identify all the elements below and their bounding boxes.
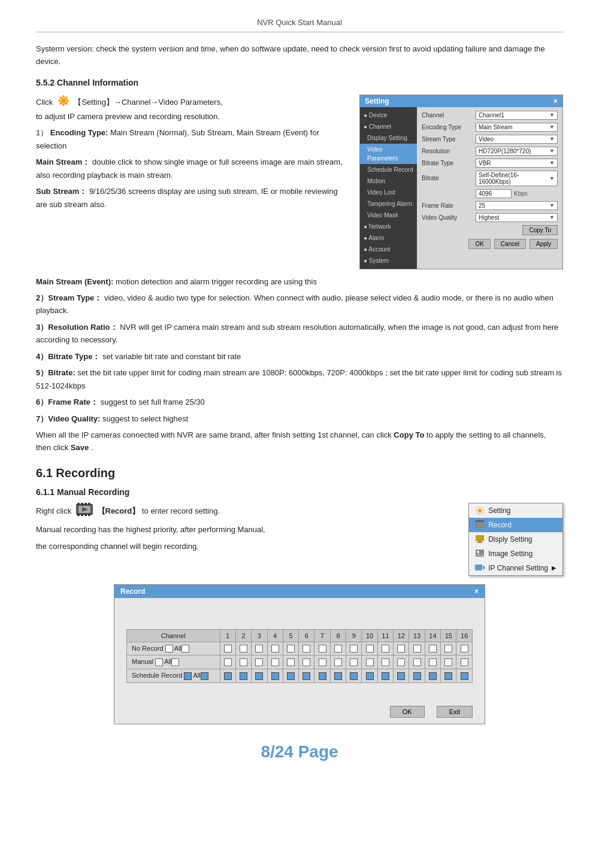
col-15: 15 (441, 629, 456, 642)
record-exit-button[interactable]: Exit (437, 706, 473, 718)
manual-ch5[interactable] (287, 658, 295, 666)
copy-to-desc: When all the IP cameras connected with N… (36, 429, 563, 454)
context-menu-ip-channel[interactable]: IP Channel Setting ▶ (469, 561, 562, 575)
col-6: 6 (299, 629, 314, 642)
sched-ch11[interactable] (382, 672, 389, 680)
cancel-button[interactable]: Cancel (494, 239, 526, 249)
context-menu: Setting Record D (468, 503, 563, 576)
no-record-ch9[interactable] (350, 645, 358, 652)
col-11: 11 (377, 629, 393, 642)
sched-ch8[interactable] (334, 672, 342, 680)
svg-rect-6 (84, 503, 87, 505)
page-footer: 8/24 Page (36, 742, 563, 761)
manual-ch3[interactable] (255, 658, 263, 666)
no-record-ch3[interactable] (255, 645, 263, 652)
svg-rect-4 (77, 503, 80, 505)
no-record-ch2[interactable] (240, 645, 247, 652)
manual-ch6[interactable] (302, 658, 310, 666)
page-number: 8/24 Page (261, 742, 338, 761)
item5: 5）Bitrate: set the bit rate upper limit … (36, 366, 563, 392)
no-record-ch14[interactable] (429, 645, 437, 652)
sidebar-network: ● Network (360, 221, 417, 232)
svg-rect-9 (81, 514, 83, 516)
no-record-ch11[interactable] (382, 645, 389, 652)
manual-ch2[interactable] (240, 658, 247, 666)
manual-ch15[interactable] (444, 658, 452, 666)
manual-ch7[interactable] (319, 658, 326, 666)
header-title: NVR Quick Start Manual (257, 18, 342, 27)
schedule-all-checkbox[interactable] (184, 672, 192, 680)
context-ip-label: IP Channel Setting (488, 564, 548, 572)
sched-ch14[interactable] (429, 672, 437, 680)
context-setting-label: Setting (488, 506, 510, 515)
manual-all-checkbox[interactable] (155, 658, 163, 666)
no-record-ch13[interactable] (413, 645, 421, 652)
close-icon: × (553, 97, 558, 105)
svg-rect-8 (77, 514, 80, 516)
manual-ch1[interactable] (224, 658, 232, 666)
sched-ch4[interactable] (271, 672, 279, 680)
context-menu-setting[interactable]: Setting (469, 503, 562, 518)
item7: 7）Video Quality: suggest to select highe… (36, 412, 563, 425)
sched-ch1[interactable] (224, 672, 232, 680)
sidebar-schedule: Schedule Record (360, 164, 417, 175)
setting-row-encoding: Encoding Type Main Stream▼ (422, 123, 558, 132)
no-record-ch10[interactable] (366, 645, 374, 652)
sidebar-system: ● System (360, 255, 417, 266)
manual-ch11[interactable] (382, 658, 389, 666)
section-5-5-2-title: 5.5.2 Channel Information (36, 78, 563, 87)
record-ok-button[interactable]: OK (390, 706, 425, 718)
film-icon (76, 503, 93, 520)
ip-channel-icon (475, 563, 485, 573)
manual-ch8[interactable] (334, 658, 342, 666)
ok-button[interactable]: OK (468, 239, 490, 249)
setting-row-channel: Channel Channel1▼ (422, 111, 558, 120)
no-record-ch6[interactable] (302, 645, 310, 652)
sched-ch10[interactable] (366, 672, 374, 680)
sched-ch13[interactable] (413, 672, 421, 680)
sidebar-video-lost: Video Lost (360, 187, 417, 198)
manual-ch12[interactable] (397, 658, 405, 666)
click-label: Click (36, 97, 53, 106)
apply-button[interactable]: Apply (530, 239, 558, 249)
context-menu-display[interactable]: Disply Setting (469, 532, 562, 547)
manual-ch16[interactable] (461, 658, 468, 666)
sched-ch12[interactable] (397, 672, 405, 680)
sched-ch7[interactable] (319, 672, 326, 680)
ip-channel-arrow: ▶ (552, 564, 556, 571)
no-record-ch8[interactable] (334, 645, 342, 652)
manual-ch13[interactable] (413, 658, 421, 666)
no-record-ch1[interactable] (224, 645, 232, 652)
sched-ch2[interactable] (240, 672, 247, 680)
record-dialog-close[interactable]: × (474, 587, 479, 596)
col-16: 16 (456, 629, 473, 642)
no-record-ch16[interactable] (461, 645, 468, 652)
sched-ch16[interactable] (461, 672, 468, 680)
no-record-ch4[interactable] (271, 645, 279, 652)
manual-ch4[interactable] (271, 658, 279, 666)
svg-rect-18 (480, 520, 482, 522)
context-menu-image[interactable]: Image Setting (469, 547, 562, 561)
no-record-ch15[interactable] (444, 645, 452, 652)
no-record-ch7[interactable] (319, 645, 326, 652)
copy-to-button[interactable]: Copy To (522, 225, 558, 235)
no-record-ch5[interactable] (287, 645, 295, 652)
sched-ch5[interactable] (287, 672, 295, 680)
record-dialog-body: Channel 1 2 3 4 5 6 7 8 9 10 11 12 13 14… (114, 598, 485, 701)
manual-ch10[interactable] (366, 658, 374, 666)
manual-ch14[interactable] (429, 658, 437, 666)
no-record-all-checkbox[interactable] (165, 645, 173, 652)
schedule-label: Schedule Record All (127, 669, 220, 683)
context-menu-record[interactable]: Record (469, 518, 562, 532)
no-record-ch12[interactable] (397, 645, 405, 652)
sched-ch6[interactable] (302, 672, 310, 680)
sched-ch15[interactable] (444, 672, 452, 680)
setting-sidebar: ● Device ● Channel Display Setting Video… (360, 107, 417, 269)
manual-all2-checkbox[interactable] (171, 658, 179, 666)
schedule-all2-checkbox[interactable] (201, 672, 208, 680)
sched-ch3[interactable] (255, 672, 263, 680)
setting-row-bitrate-type: Bitrate Type VBR▼ (422, 159, 558, 168)
manual-ch9[interactable] (350, 658, 358, 666)
sched-ch9[interactable] (350, 672, 358, 680)
no-record-all2-checkbox[interactable] (181, 645, 189, 652)
